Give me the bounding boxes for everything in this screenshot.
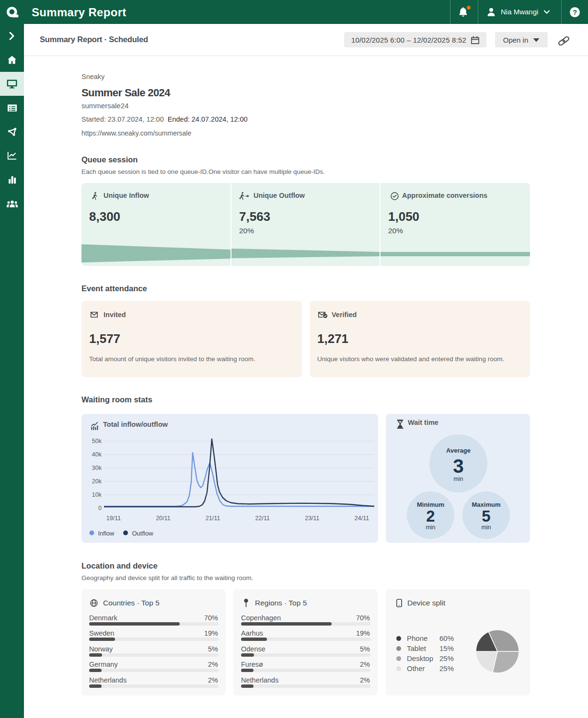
svg-text:23/11: 23/11	[305, 515, 319, 522]
svg-text:Outflow: Outflow	[132, 530, 154, 537]
svg-text:24/11: 24/11	[355, 515, 369, 522]
svg-text:30k: 30k	[92, 465, 102, 471]
svg-text:10k: 10k	[92, 491, 102, 498]
svg-text:0: 0	[98, 505, 102, 512]
svg-text:50k: 50k	[92, 438, 102, 444]
svg-text:20k: 20k	[92, 478, 102, 485]
svg-text:19/11: 19/11	[106, 515, 121, 522]
svg-text:22/11: 22/11	[255, 515, 270, 522]
svg-text:Inflow: Inflow	[98, 530, 115, 537]
svg-text:21/11: 21/11	[206, 515, 220, 522]
svg-text:20/11: 20/11	[156, 515, 170, 522]
svg-text:40k: 40k	[92, 451, 102, 458]
